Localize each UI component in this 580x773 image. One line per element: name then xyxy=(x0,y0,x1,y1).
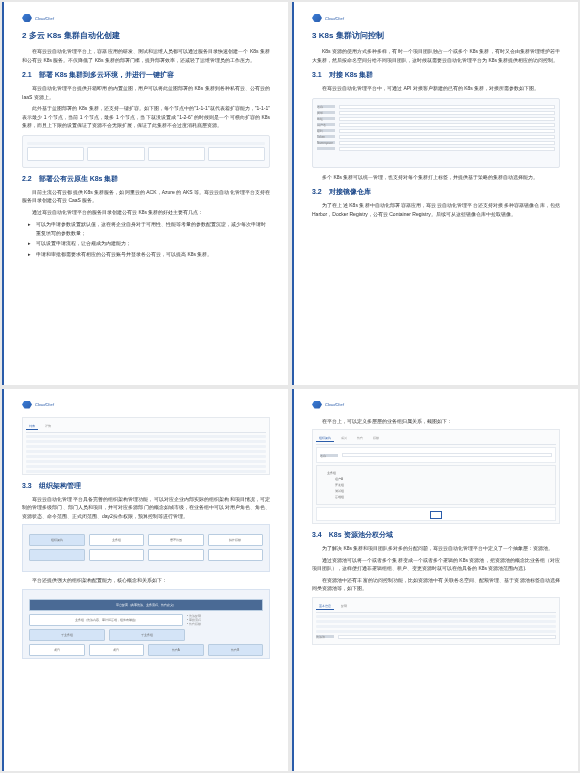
para: 通过骞云自动化管理平台的服务目录创建公有云 K8s 集群的好处主要有几点： xyxy=(22,208,270,217)
para: 骞云云自动化管理平台具备完善的组织架构管理功能，可以对应企业内部实际的组织架构和… xyxy=(22,495,270,521)
brand-text: CloudChef xyxy=(35,16,54,21)
brand-text: CloudChef xyxy=(325,16,344,21)
para: 此外基于蓝图部署的 K8s 集群，还支持一键扩容。如下图，每个节点中的"1-1-… xyxy=(22,104,270,130)
heading-3-4: 3.4 K8s 资源池分权分域 xyxy=(312,530,560,540)
diag-node: 业务组 xyxy=(89,534,145,546)
tab[interactable]: 成员 xyxy=(338,435,350,442)
diag-node: 操作权限 xyxy=(208,534,264,546)
para: 多个 K8s 集群可以统一管理，也支持对每个集群打上标签，并提供基于策略的集群自… xyxy=(312,173,560,182)
para: 为了在上述 K8s 集群中自动化部署容器应用，骞云云自动化管理平台还支持对接多种… xyxy=(312,201,560,218)
bullet-list: 可以为申请参数设置默认值，这在将企业自身对于可用性、性能等考量的参数配置沉淀，减… xyxy=(36,220,270,258)
heading-3-3: 3.3 组织架构管理 xyxy=(22,481,270,491)
para: 在资源池中还有丰富的访问控制功能，比如资源池中有关联各名空间、配额管理、基于资源… xyxy=(312,576,560,593)
page-1: CloudChef 2 多云 K8s 集群自动化创建 在骞云云自动化管理平台上，… xyxy=(2,2,288,385)
tab[interactable]: 基本信息 xyxy=(316,603,334,610)
brand-text: CloudChef xyxy=(35,402,54,407)
tab[interactable]: 详情 xyxy=(42,423,54,430)
para: 在骞云云自动化管理平台上，容器应用的研发、测试和运维人员都可以通过服务目录快速创… xyxy=(22,47,270,64)
screenshot-pool: 基本信息 配额 资源池 xyxy=(312,597,560,645)
brand-logo: CloudChef xyxy=(22,401,270,409)
tab[interactable]: 配额 xyxy=(338,603,350,610)
tab[interactable]: 列表 xyxy=(26,423,38,430)
logo-icon xyxy=(22,401,32,409)
para: 在平台上，可以定义多层层的业务组归属关系，截图如下： xyxy=(312,417,560,426)
heading-2: 2 多云 K8s 集群自动化创建 xyxy=(22,30,270,41)
bullet: 可以设置申请流程，让合规成为内建能力； xyxy=(36,239,270,248)
heading-2-2: 2.2 部署公有云原生 K8s 集群 xyxy=(22,174,270,184)
heading-2-1: 2.1 部署 K8s 集群到多云环境，并进行一键扩容 xyxy=(22,70,270,80)
bullet: 申请和审批都需要求有相应的公有云账号并登录各公有云，可以提高 K8s 集群。 xyxy=(36,250,270,259)
para: 骞云自动化管理平台提供开箱即用的内置蓝图，用户可以将此蓝图部署的 K8s 集群到… xyxy=(22,84,270,101)
page-4: CloudChef 在平台上，可以定义多层层的业务组归属关系，截图如下： 组织架… xyxy=(292,389,578,772)
logo-icon xyxy=(312,14,322,22)
logo-icon xyxy=(312,401,322,409)
heading-3-2: 3.2 对接镜像仓库 xyxy=(312,187,560,197)
para: 为了解决 K8s 集群和项目团队多对多的分配问题，骞云云自动化管理平台中定义了一… xyxy=(312,544,560,553)
tab[interactable]: 组织架构 xyxy=(316,435,334,442)
brand-logo: CloudChef xyxy=(22,14,270,22)
screenshot-hierarchy: 组织架构 成员 角色 权限 名称 业务组 租户A 开发组 测试组 运维组 xyxy=(312,429,560,524)
para: 平台还提供强大的组织架构配置能力，核心概念和关系如下： xyxy=(22,576,270,585)
page-3: CloudChef 列表 详情 3.3 组织架构管理 骞云云自动化管理平台具备完… xyxy=(2,389,288,772)
org-diagram-2: 平台配置（共享资源、业务流程、角色定义） 业务组（资源内容、审计和运维，组件有哪… xyxy=(22,589,270,659)
tab[interactable]: 角色 xyxy=(354,435,366,442)
logo-icon xyxy=(22,14,32,22)
bullet: 可以为申请参数设置默认值，这在将企业自身对于可用性、性能等考量的参数配置沉淀，减… xyxy=(36,220,270,237)
para: 目前主流公有云都提供 K8s 集群服务，如阿里云的 ACK，Azure 的 AK… xyxy=(22,188,270,205)
heading-3: 3 K8s 集群访问控制 xyxy=(312,30,560,41)
diag-node: 管理范围 xyxy=(148,534,204,546)
screenshot-api-form: 名称 类型 地址 用户名 密码 Token Namespace xyxy=(312,98,560,168)
brand-text: CloudChef xyxy=(325,402,344,407)
org-tree: 业务组 租户A 开发组 测试组 运维组 xyxy=(316,465,556,505)
heading-3-1: 3.1 对接 K8s 集群 xyxy=(312,70,560,80)
screenshot-table: 列表 详情 xyxy=(22,417,270,475)
org-diagram-1: 组织架构 业务组 管理范围 操作权限 xyxy=(22,524,270,572)
brand-logo: CloudChef xyxy=(312,401,560,409)
page-2: CloudChef 3 K8s 集群访问控制 K8s 资源的使用方式多种多样，有… xyxy=(292,2,578,385)
brand-logo: CloudChef xyxy=(312,14,560,22)
screenshot-blueprint xyxy=(22,135,270,168)
tab[interactable]: 权限 xyxy=(370,435,382,442)
para: 在骞云云自动化管理平台中，可通过 API 对接客户新建的已有的 K8s 集群，对… xyxy=(312,84,560,93)
diag-node: 组织架构 xyxy=(29,534,85,546)
para: 通过资源池可以将一个或者多个集群变成一个或者多个逻辑的 K8s 资源池，把资源池… xyxy=(312,556,560,573)
para: K8s 资源的使用方式多种多样，有时一个项目团队独占一个或多个 K8s 集群，有… xyxy=(312,47,560,64)
